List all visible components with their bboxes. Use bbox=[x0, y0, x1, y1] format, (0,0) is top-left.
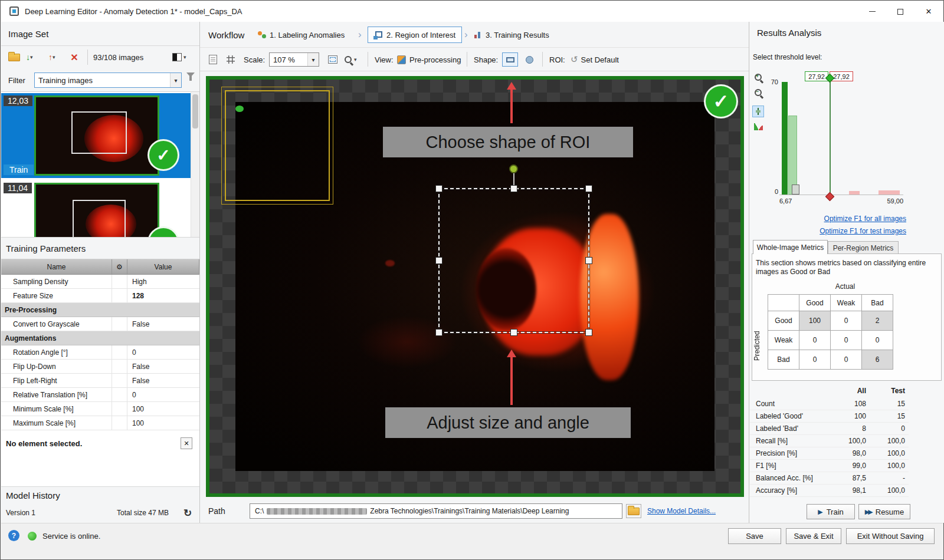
image-count-label: 93/108 images bbox=[93, 45, 143, 69]
no-selection-label: No element selected. bbox=[1, 439, 82, 448]
threshold-select-icon[interactable] bbox=[752, 106, 764, 117]
roi-handle-e[interactable] bbox=[585, 257, 592, 264]
param-row[interactable]: Flip Left-RightFalse bbox=[1, 374, 199, 388]
histogram-view-icon[interactable] bbox=[752, 121, 764, 133]
caret-down-icon: ▾ bbox=[170, 73, 181, 87]
roi-handle-sw[interactable] bbox=[435, 329, 442, 336]
filter-dropdown[interactable]: Training images ▾ bbox=[34, 73, 182, 88]
param-row[interactable]: Flip Up-DownFalse bbox=[1, 360, 199, 374]
show-model-details-link[interactable]: Show Model Details... bbox=[647, 499, 716, 523]
resume-button[interactable]: ▶▶ Resume bbox=[858, 504, 910, 519]
size-hint-arrow bbox=[507, 350, 516, 405]
help-icon[interactable]: ? bbox=[8, 530, 19, 541]
anomaly-score-label: 12,03 bbox=[4, 95, 32, 106]
training-parameters-table: Name ⚙ Value Sampling DensityHigh Featur… bbox=[1, 259, 199, 486]
filter-value: Training images bbox=[38, 76, 93, 85]
roi-handle-n[interactable] bbox=[510, 185, 517, 192]
train-badge: Train bbox=[4, 164, 34, 175]
maximize-button[interactable] bbox=[886, 1, 914, 22]
metrics-header: All Test bbox=[750, 385, 909, 397]
redacted-path-segment bbox=[267, 508, 367, 515]
train-button[interactable]: ▶ Train bbox=[807, 504, 855, 519]
shape-rectangle-button[interactable] bbox=[502, 52, 518, 67]
workflow-step-3[interactable]: 3. Training Results bbox=[474, 22, 549, 48]
gear-icon[interactable]: ⚙ bbox=[112, 259, 127, 274]
results-panel: Results Analysis Select threshold level:… bbox=[750, 22, 944, 523]
roi-rotation-handle[interactable] bbox=[509, 164, 518, 173]
metric-row: Balanced Acc. [%]87,5- bbox=[750, 472, 909, 485]
good-status-badge: ✓ bbox=[704, 84, 738, 118]
metric-row: Count10815 bbox=[750, 398, 909, 410]
workflow-step-1[interactable]: 1. Labeling Anomalies bbox=[257, 22, 345, 48]
optimize-f1-all-link[interactable]: Optimize F1 for all images bbox=[824, 215, 906, 223]
report-icon[interactable] bbox=[207, 54, 219, 65]
roi-handle-ne[interactable] bbox=[585, 185, 592, 192]
minimize-button[interactable] bbox=[858, 1, 886, 22]
path-input[interactable]: C:\Zebra Technologies\Trainings\Training… bbox=[250, 503, 622, 519]
view-label: View: bbox=[375, 48, 394, 71]
param-row[interactable]: Feature Size128 bbox=[1, 289, 199, 303]
roi-handle-nw[interactable] bbox=[435, 185, 442, 192]
import-images-button[interactable]: ↓ ▾ bbox=[26, 50, 33, 64]
roi-rectangle[interactable] bbox=[438, 188, 589, 333]
param-row[interactable]: Rotation Angle [°]0 bbox=[1, 345, 199, 360]
histogram-bar bbox=[788, 116, 798, 195]
open-folder-button[interactable] bbox=[6, 50, 22, 64]
close-button[interactable]: ✕ bbox=[914, 1, 943, 22]
labeling-icon bbox=[257, 31, 267, 39]
thumbnail-item-selected[interactable]: 12,03 Train ✓ bbox=[1, 93, 191, 178]
filter-funnel-icon[interactable] bbox=[186, 77, 195, 88]
tab-per-region-metrics[interactable]: Per-Region Metrics bbox=[828, 241, 899, 254]
roi-handle-w[interactable] bbox=[435, 257, 442, 264]
thumbnail-item[interactable]: 11,04 ✓ bbox=[1, 180, 191, 238]
threshold-histogram[interactable] bbox=[779, 78, 903, 195]
roi-handle-s[interactable] bbox=[510, 329, 517, 336]
crop-marks-icon[interactable] bbox=[226, 55, 235, 64]
param-group-row[interactable]: Augmentations bbox=[1, 331, 199, 345]
shape-ellipse-button[interactable] bbox=[522, 52, 537, 67]
zoom-in-icon[interactable]: + bbox=[752, 71, 764, 83]
workflow-step-2-active[interactable]: 2. Region of Interest bbox=[368, 27, 462, 43]
zoom-out-icon[interactable]: − bbox=[752, 87, 764, 98]
path-bar: Path C:\Zebra Technologies\Trainings\Tra… bbox=[200, 499, 749, 524]
tab-whole-image-metrics[interactable]: Whole-Image Metrics bbox=[753, 240, 828, 254]
scale-dropdown[interactable]: 107 % ▾ bbox=[269, 52, 319, 67]
param-group-row[interactable]: Pre-Processing bbox=[1, 303, 199, 317]
view-value: Pre-processing bbox=[409, 55, 461, 64]
save-button[interactable]: Save bbox=[728, 528, 781, 544]
param-row[interactable]: Sampling DensityHigh bbox=[1, 275, 199, 289]
cm-col-header: Weak bbox=[831, 295, 862, 311]
exit-without-saving-button[interactable]: Exit Without Saving bbox=[846, 528, 935, 544]
delete-image-button[interactable]: ✕ bbox=[67, 50, 81, 64]
set-default-button[interactable]: ↺ Set Default bbox=[571, 48, 619, 71]
view-preprocessing-button[interactable]: Pre-processing bbox=[397, 48, 461, 71]
title-bar: Deep Learning Editor - Anomaly Detection… bbox=[1, 1, 943, 22]
scrollbar-thumb[interactable] bbox=[192, 94, 198, 129]
zoom-fit-icon[interactable] bbox=[326, 54, 339, 65]
cm-cell: 0 bbox=[831, 311, 862, 331]
param-row[interactable]: Convert to GrayscaleFalse bbox=[1, 317, 199, 331]
param-row[interactable]: Relative Translation [%]0 bbox=[1, 388, 199, 402]
zoom-tool-button[interactable]: ▾ bbox=[344, 54, 357, 65]
metric-row: F1 [%]99,0100,0 bbox=[750, 460, 909, 472]
chevron-right-icon: › bbox=[464, 22, 468, 48]
save-and-exit-button[interactable]: Save & Exit bbox=[786, 528, 841, 544]
roi-handle-se[interactable] bbox=[585, 329, 592, 336]
y-axis-min: 0 bbox=[764, 188, 778, 195]
model-version-label: Version 1 bbox=[6, 504, 35, 522]
export-images-button[interactable]: ↑ ▾ bbox=[48, 50, 55, 64]
browse-folder-button[interactable] bbox=[626, 504, 641, 518]
param-row[interactable]: Maximum Scale [%]100 bbox=[1, 416, 199, 430]
metrics-description: This section shows metrics based on clas… bbox=[756, 259, 936, 276]
cm-row-header: Good bbox=[768, 311, 799, 331]
optimize-f1-test-link[interactable]: Optimize F1 for test images bbox=[820, 227, 906, 235]
display-mode-button[interactable]: ▾ bbox=[172, 51, 186, 63]
column-test: Test bbox=[866, 387, 909, 395]
metric-row: Accuracy [%]98,1100,0 bbox=[750, 485, 909, 497]
param-row[interactable]: Minimum Scale [%]100 bbox=[1, 402, 199, 416]
image-canvas[interactable]: ✓ Choose shape of ROI Adjust size and an… bbox=[206, 76, 744, 497]
refresh-icon[interactable]: ↻ bbox=[181, 506, 195, 520]
scale-value: 107 % bbox=[273, 55, 295, 64]
thumbnail-scrollbar[interactable] bbox=[191, 92, 199, 238]
close-selection-button[interactable]: ✕ bbox=[181, 437, 192, 449]
